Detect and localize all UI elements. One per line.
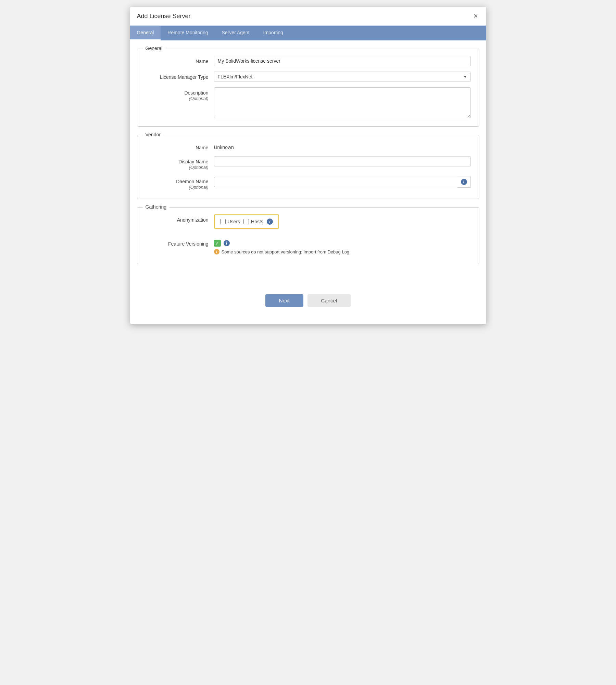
tab-importing[interactable]: Importing xyxy=(256,26,290,40)
feature-check-row: ✓ i xyxy=(214,240,350,247)
users-label: Users xyxy=(228,219,240,224)
hosts-label: Hosts xyxy=(251,219,263,224)
hosts-checkbox-group: Hosts xyxy=(243,219,263,224)
cancel-button[interactable]: Cancel xyxy=(307,294,351,307)
anonymization-info-icon[interactable]: i xyxy=(267,219,273,225)
tab-server-agent[interactable]: Server Agent xyxy=(215,26,256,40)
daemon-name-info-button[interactable]: i xyxy=(457,176,471,188)
name-input[interactable] xyxy=(214,56,471,66)
warning-text: Some sources do not support versioning: … xyxy=(222,249,350,256)
gathering-section: Gathering Anonymization Users Hosts xyxy=(137,207,479,264)
general-section: General Name License Manager Type FLEXlm… xyxy=(137,49,479,127)
close-button[interactable]: × xyxy=(472,12,479,20)
anonymization-box: Users Hosts i xyxy=(214,214,279,229)
tab-bar: General Remote Monitoring Server Agent I… xyxy=(130,26,486,40)
daemon-name-input[interactable] xyxy=(214,177,457,187)
tab-general[interactable]: General xyxy=(130,26,161,40)
dialog-header: Add License Server × xyxy=(130,7,486,26)
anonymization-row: Anonymization Users Hosts i xyxy=(146,214,471,234)
description-label: Description (Optional) xyxy=(146,87,214,102)
vendor-section: Vendor Name Unknown Display Name (Option… xyxy=(137,135,479,199)
hosts-checkbox[interactable] xyxy=(243,219,249,224)
dialog-title: Add License Server xyxy=(137,13,191,20)
feature-versioning-info-icon[interactable]: i xyxy=(224,240,230,246)
vendor-name-label: Name xyxy=(146,142,214,151)
add-license-server-dialog: Add License Server × General Remote Moni… xyxy=(130,7,486,324)
daemon-name-field-wrapper: i xyxy=(214,176,471,188)
anonymization-label: Anonymization xyxy=(146,214,214,223)
feature-versioning-row: Feature Versioning ✓ i i Some sources do… xyxy=(146,240,471,256)
daemon-info-icon: i xyxy=(461,179,467,185)
display-name-label: Display Name (Optional) xyxy=(146,156,214,171)
feature-versioning-checkmark: ✓ xyxy=(214,240,221,247)
tab-remote-monitoring[interactable]: Remote Monitoring xyxy=(161,26,215,40)
vendor-name-row: Name Unknown xyxy=(146,142,471,151)
license-manager-select-wrapper: FLEXlm/FlexNet RLM Sentinel RMS ▼ xyxy=(214,72,471,82)
name-row: Name xyxy=(146,56,471,66)
license-manager-select[interactable]: FLEXlm/FlexNet RLM Sentinel RMS xyxy=(214,72,471,82)
anonymization-content: Users Hosts i xyxy=(214,214,279,234)
daemon-name-row: Daemon Name (Optional) i xyxy=(146,176,471,190)
description-row: Description (Optional) xyxy=(146,87,471,118)
gathering-section-legend: Gathering xyxy=(143,204,169,210)
next-button[interactable]: Next xyxy=(265,294,303,307)
feature-versioning-label: Feature Versioning xyxy=(146,240,214,247)
vendor-section-legend: Vendor xyxy=(143,132,163,137)
name-label: Name xyxy=(146,56,214,64)
license-manager-label: License Manager Type xyxy=(146,72,214,80)
display-name-row: Display Name (Optional) xyxy=(146,156,471,171)
general-section-legend: General xyxy=(143,46,165,51)
license-manager-row: License Manager Type FLEXlm/FlexNet RLM … xyxy=(146,72,471,82)
warning-icon: i xyxy=(214,249,219,254)
users-checkbox-group: Users xyxy=(220,219,240,224)
feature-versioning-content: ✓ i i Some sources do not support versio… xyxy=(214,240,350,256)
warning-note: i Some sources do not support versioning… xyxy=(214,249,350,256)
description-textarea[interactable] xyxy=(214,87,471,118)
vendor-name-value: Unknown xyxy=(214,142,234,150)
display-name-input[interactable] xyxy=(214,156,471,166)
users-checkbox[interactable] xyxy=(220,219,226,224)
dialog-footer: Next Cancel xyxy=(130,281,486,324)
dialog-body: General Name License Manager Type FLEXlm… xyxy=(130,40,486,281)
daemon-name-label: Daemon Name (Optional) xyxy=(146,176,214,190)
